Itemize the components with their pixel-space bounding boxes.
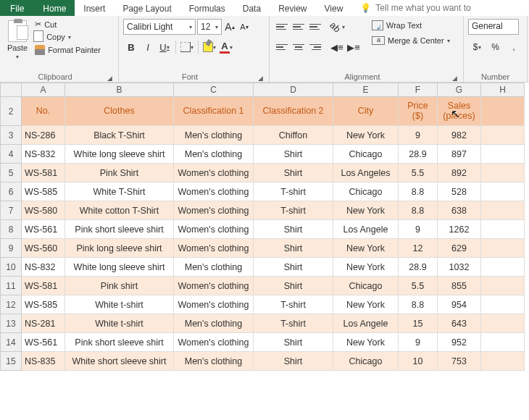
row-header[interactable]: 5 [0, 164, 22, 182]
cell[interactable] [481, 314, 525, 333]
cell[interactable]: 8.8 [399, 201, 438, 220]
cell[interactable]: Chicago [333, 352, 399, 371]
cell[interactable] [481, 201, 525, 220]
cell[interactable]: Shirt [254, 277, 333, 295]
cell[interactable]: 8.8 [399, 295, 438, 314]
cell[interactable]: Pink short sleeve shirt [65, 220, 174, 239]
cell[interactable]: 638 [438, 201, 481, 220]
cell[interactable]: WS-581 [22, 164, 65, 182]
tab-home[interactable]: Home [34, 0, 75, 16]
cell[interactable]: Chicago [333, 277, 399, 295]
cell[interactable]: 15 [399, 314, 438, 333]
copy-button[interactable]: Copy ▾ [33, 31, 102, 43]
cell[interactable]: T-shirt [254, 201, 333, 220]
fill-color-button[interactable]: ▾ [201, 39, 217, 55]
cell[interactable]: Pink Shirt [65, 164, 174, 182]
cell[interactable] [481, 352, 525, 371]
cell[interactable]: White long sleeve shirt [65, 145, 174, 164]
cell[interactable]: New York [333, 126, 399, 145]
paste-button[interactable]: Paste ▾ [4, 19, 30, 62]
tell-me-search[interactable]: 💡 Tell me what you want to [351, 0, 470, 16]
row-header[interactable]: 14 [0, 333, 22, 352]
increase-font-size-button[interactable]: A▴ [223, 19, 236, 35]
decrease-indent-button[interactable]: ◀≡ [329, 39, 345, 55]
format-painter-button[interactable]: Format Painter [33, 44, 102, 56]
cell[interactable]: City [333, 97, 399, 126]
row-header[interactable]: 8 [0, 220, 22, 239]
cell[interactable]: Pink short sleeve shirt [65, 333, 174, 352]
cell[interactable]: 8.8 [399, 182, 438, 201]
tab-insert[interactable]: Insert [75, 0, 114, 16]
cell[interactable] [481, 220, 525, 239]
tab-page-layout[interactable]: Page Layout [114, 0, 180, 16]
cell[interactable]: White short sleeve shirt [65, 352, 174, 371]
cell[interactable]: 643 [438, 314, 481, 333]
decrease-font-size-button[interactable]: A▾ [238, 19, 251, 35]
cell[interactable]: Pink long sleeve shirt [65, 239, 174, 258]
font-color-button[interactable]: A▾ [218, 39, 234, 55]
cell[interactable] [481, 97, 525, 126]
cell[interactable]: 855 [438, 277, 481, 295]
cell[interactable]: Los Angele [333, 220, 399, 239]
cell[interactable]: 952 [438, 333, 481, 352]
cell[interactable]: 982 [438, 126, 481, 145]
orientation-button[interactable]: ab▾ [329, 19, 345, 35]
row-header[interactable]: 15 [0, 352, 22, 371]
row-header[interactable]: 10 [0, 258, 22, 277]
cell[interactable]: Men's clothing [174, 126, 254, 145]
tab-view[interactable]: View [316, 0, 352, 16]
cell[interactable]: White long sleeve shirt [65, 258, 174, 277]
cell[interactable]: Price ($) [399, 97, 438, 126]
cell[interactable]: T-shirt [254, 182, 333, 201]
cell[interactable]: New York [333, 258, 399, 277]
cell[interactable] [481, 333, 525, 352]
row-header[interactable]: 4 [0, 145, 22, 164]
percent-format-button[interactable]: % [486, 39, 504, 55]
cell[interactable]: Shirt [254, 258, 333, 277]
worksheet-grid[interactable]: 23456789101112131415 No.ClothesClassific… [0, 97, 529, 371]
cell[interactable]: Shirt [254, 352, 333, 371]
row-header[interactable]: 3 [0, 126, 22, 145]
cell[interactable]: Women's clothing [174, 333, 254, 352]
cell[interactable]: 753 [438, 352, 481, 371]
cell[interactable]: 9 [399, 126, 438, 145]
cell[interactable]: New York [333, 239, 399, 258]
cell[interactable]: Clothes [65, 97, 174, 126]
row-header[interactable]: 2 [0, 97, 22, 126]
cell[interactable]: Men's clothing [174, 314, 254, 333]
cell[interactable]: Women's clothing [174, 295, 254, 314]
column-header-B[interactable]: B [65, 83, 174, 97]
align-top-button[interactable] [274, 19, 290, 35]
cell[interactable]: Men's clothing [174, 258, 254, 277]
cell[interactable]: WS-585 [22, 182, 65, 201]
cell[interactable]: WS-561 [22, 220, 65, 239]
merge-center-button[interactable]: Merge & Center ▾ [369, 35, 453, 46]
cell[interactable]: WS-580 [22, 201, 65, 220]
column-header-A[interactable]: A [22, 83, 65, 97]
cell[interactable]: T-shirt [254, 314, 333, 333]
column-header-G[interactable]: G [438, 83, 481, 97]
tab-review[interactable]: Review [270, 0, 315, 16]
clipboard-dialog-launcher[interactable]: ◢ [106, 75, 114, 82]
increase-indent-button[interactable]: ▶≡ [346, 39, 362, 55]
cell[interactable] [481, 145, 525, 164]
cell[interactable]: WS-561 [22, 333, 65, 352]
align-center-button[interactable] [291, 39, 307, 55]
cell[interactable]: 10 [399, 352, 438, 371]
row-header[interactable]: 12 [0, 295, 22, 314]
cell[interactable]: 28.9 [399, 258, 438, 277]
column-header-H[interactable]: H [481, 83, 525, 97]
cell[interactable]: 892 [438, 164, 481, 182]
cell[interactable]: NS-286 [22, 126, 65, 145]
cell[interactable]: New York [333, 295, 399, 314]
column-header-E[interactable]: E [333, 83, 399, 97]
cell[interactable]: 954 [438, 295, 481, 314]
align-bottom-button[interactable] [307, 19, 323, 35]
cell[interactable] [481, 295, 525, 314]
cell[interactable]: Men's clothing [174, 352, 254, 371]
cell[interactable] [481, 182, 525, 201]
cell[interactable]: NS-281 [22, 314, 65, 333]
column-header-F[interactable]: F [399, 83, 438, 97]
cell[interactable]: 1262 [438, 220, 481, 239]
cell[interactable]: 9 [399, 333, 438, 352]
